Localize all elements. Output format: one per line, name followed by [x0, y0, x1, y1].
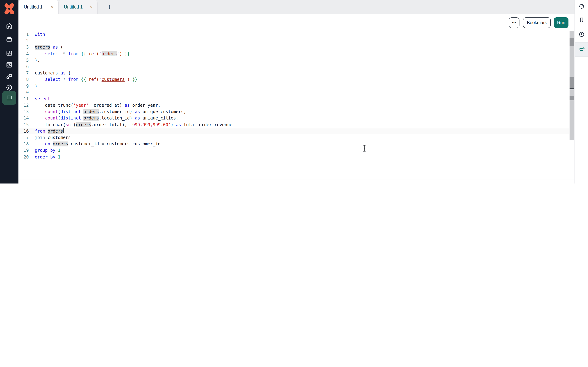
- editor-scrollbar-track[interactable]: [569, 31, 574, 140]
- code-line[interactable]: 18 on orders.customer_id = customers.cus…: [18, 141, 569, 147]
- sidebar-item-home[interactable]: [0, 20, 18, 33]
- line-number: 17: [18, 134, 35, 141]
- home-icon: [5, 22, 13, 31]
- sidebar-item-bookmark[interactable]: [575, 14, 588, 27]
- line-number: 3: [18, 44, 35, 50]
- paradime-x-logo-icon[interactable]: [3, 3, 15, 15]
- line-number: 14: [18, 115, 35, 121]
- code-line[interactable]: 10: [18, 89, 569, 96]
- code-line-active[interactable]: 16from orders: [18, 128, 569, 134]
- sidebar-item-ai-chat-selected[interactable]: [575, 42, 588, 56]
- sidebar-item-compass[interactable]: [575, 1, 588, 14]
- line-number: 19: [18, 147, 35, 154]
- code-text: select: [35, 96, 569, 102]
- code-text: on orders.customer_id = customers.custom…: [35, 141, 569, 147]
- code-line[interactable]: 6: [18, 63, 569, 70]
- indent-guide: [45, 141, 45, 147]
- flow-link-icon: [5, 72, 13, 81]
- tab-label: Untitled 1: [24, 5, 43, 9]
- code-text: count(distinct orders.customer_id) as un…: [35, 109, 569, 115]
- code-line[interactable]: 2: [18, 38, 569, 44]
- code-line[interactable]: 12 date_trunc('year', ordered_at) as ord…: [18, 102, 569, 108]
- sidebar-item-history-clock[interactable]: [575, 29, 588, 41]
- tab-bar: Untitled 1✕Untitled 1✕ +: [18, 0, 574, 14]
- code-text: from orders: [35, 128, 569, 134]
- line-number: 13: [18, 109, 35, 115]
- line-number: 4: [18, 50, 35, 57]
- line-number: 12: [18, 102, 35, 108]
- line-number: 8: [18, 76, 35, 83]
- code-text: select * from {{ ref('orders') }}: [35, 50, 569, 57]
- sidebar-item-inbox-drawer[interactable]: [0, 33, 18, 46]
- code-text: group by 1: [35, 147, 569, 154]
- code-line[interactable]: 5),: [18, 57, 569, 63]
- history-clock-icon: [579, 31, 585, 39]
- app-window: Untitled 1✕Untitled 1✕ + ••• Bookmark Ru…: [0, 0, 588, 184]
- terminal-laptop-icon: [5, 94, 13, 102]
- code-line[interactable]: 15 to_char(sum(orders.order_total), '999…: [18, 121, 569, 128]
- results-tab-bar: ResultsDetailsChart Query completed in 4…: [18, 179, 574, 184]
- code-line[interactable]: 8 select * from {{ ref('customers') }}: [18, 76, 569, 83]
- line-number: 20: [18, 154, 35, 160]
- indent-guide: [45, 102, 45, 108]
- indent-guide: [45, 109, 45, 115]
- code-text: date_trunc('year', ordered_at) as order_…: [35, 102, 569, 108]
- scrollbar-annotation: [569, 96, 574, 100]
- code-line[interactable]: 13 count(distinct orders.customer_id) as…: [18, 109, 569, 115]
- bookmark-button[interactable]: Bookmark: [523, 17, 551, 28]
- editor-scrollbar-thumb[interactable]: [569, 77, 574, 89]
- right-sidebar: [574, 0, 588, 184]
- code-line[interactable]: 7customers as (: [18, 70, 569, 76]
- code-line[interactable]: 11select: [18, 96, 569, 102]
- line-number: 5: [18, 57, 35, 63]
- indent-guide: [45, 115, 45, 121]
- code-text: [35, 38, 569, 44]
- editor-tab-1[interactable]: Untitled 1✕: [18, 0, 58, 14]
- code-line[interactable]: 4 select * from {{ ref('orders') }}: [18, 50, 569, 57]
- ai-chat-icon: [578, 46, 585, 53]
- code-text: select * from {{ ref('customers') }}: [35, 76, 569, 83]
- scrollbar-cursor-marker: [569, 88, 574, 89]
- code-text: ),: [35, 57, 569, 63]
- tab-label: Untitled 1: [64, 5, 83, 9]
- inbox-drawer-icon: [5, 35, 13, 44]
- indent-guide: [45, 50, 45, 57]
- line-number: 2: [18, 38, 35, 44]
- line-number: 11: [18, 96, 35, 102]
- sidebar-item-terminal-selected[interactable]: [2, 91, 16, 105]
- tab-close-icon[interactable]: ✕: [48, 5, 54, 9]
- sidebar-item-dashboard-grid[interactable]: [0, 47, 18, 60]
- code-text: join customers: [35, 134, 569, 141]
- run-button[interactable]: Run: [554, 17, 569, 28]
- code-text: customers as (: [35, 70, 569, 76]
- editor-toolbar: ••• Bookmark Run: [18, 14, 574, 31]
- code-line[interactable]: 19group by 1: [18, 147, 569, 154]
- sidebar-item-flow-link[interactable]: [0, 70, 18, 83]
- editor-tab-2[interactable]: Untitled 1✕: [58, 0, 98, 14]
- code-text: ): [35, 83, 569, 89]
- line-number: 15: [18, 121, 35, 128]
- query-status: Query completed in 4s: [487, 179, 539, 184]
- code-text: [35, 89, 569, 96]
- mouse-ibeam-cursor: [363, 145, 366, 152]
- code-line[interactable]: 20order by 1: [18, 154, 569, 160]
- text-caret: [63, 128, 63, 133]
- code-line[interactable]: 1with: [18, 31, 569, 38]
- code-text: order by 1: [35, 154, 569, 160]
- code-line[interactable]: 17join customers: [18, 134, 569, 141]
- sidebar-divider: [0, 47, 18, 47]
- left-sidebar: [0, 0, 18, 184]
- code-text: [35, 63, 569, 70]
- sql-code-editor[interactable]: 1with23orders as (4 select * from {{ ref…: [18, 31, 569, 179]
- sidebar-item-code-window[interactable]: [0, 59, 18, 72]
- line-number: 6: [18, 63, 35, 70]
- tab-close-icon[interactable]: ✕: [87, 5, 93, 9]
- code-line[interactable]: 14 count(distinct orders.location_id) as…: [18, 115, 569, 121]
- more-options-button[interactable]: •••: [509, 17, 519, 28]
- bookmark-icon: [579, 17, 585, 25]
- line-number: 10: [18, 89, 35, 96]
- line-number: 1: [18, 31, 35, 38]
- code-line[interactable]: 3orders as (: [18, 44, 569, 50]
- code-line[interactable]: 9): [18, 83, 569, 89]
- new-tab-button[interactable]: +: [103, 0, 115, 14]
